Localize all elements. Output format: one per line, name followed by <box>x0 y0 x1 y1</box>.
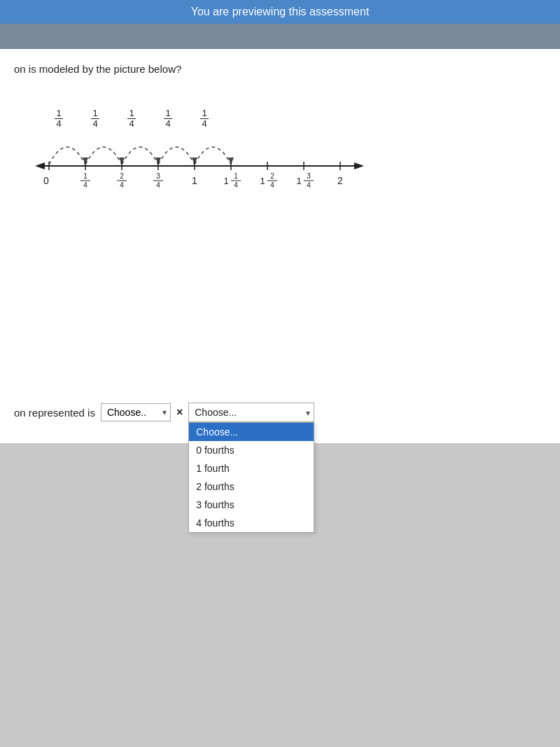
preview-banner: You are previewing this assessment <box>0 0 560 24</box>
svg-text:4: 4 <box>156 181 160 189</box>
dropdown-option-1fourth[interactable]: 1 fourth <box>189 459 314 477</box>
fraction-label-3: 1 4 <box>113 109 150 130</box>
svg-text:2: 2 <box>337 175 343 186</box>
number-line-container: 1 4 1 4 1 4 1 4 1 4 <box>21 109 371 263</box>
first-choose-select[interactable]: Choose.. 1 2 3 4 5 <box>101 403 171 421</box>
svg-text:1: 1 <box>260 176 265 186</box>
svg-text:4: 4 <box>120 181 124 189</box>
dropdown-option-3fourths[interactable]: 3 fourths <box>189 496 314 514</box>
multiply-sign: × <box>176 406 183 419</box>
question-text: on is modeled by the picture below? <box>14 63 539 75</box>
svg-text:4: 4 <box>307 181 311 189</box>
svg-text:1: 1 <box>234 172 238 180</box>
svg-text:1: 1 <box>192 175 197 186</box>
dropdown-list: Choose... 0 fourths 1 fourth 2 fourths 3… <box>188 422 314 533</box>
fraction-label-5: 1 4 <box>186 109 223 130</box>
main-content-area: on is modeled by the picture below? 1 4 … <box>0 49 560 443</box>
svg-text:4: 4 <box>83 181 88 189</box>
svg-text:4: 4 <box>270 181 274 189</box>
answer-row: on represented is Choose.. 1 2 3 4 5 × C… <box>14 403 539 422</box>
fraction-label-1: 1 4 <box>41 109 77 130</box>
svg-text:4: 4 <box>234 181 238 189</box>
svg-marker-6 <box>35 162 45 169</box>
second-dropdown-wrapper[interactable]: Choose... Choose... 0 fourths 1 fourth 2… <box>188 403 314 422</box>
svg-text:2: 2 <box>270 172 274 180</box>
svg-text:1: 1 <box>223 176 228 186</box>
banner-text: You are previewing this assessment <box>191 6 370 18</box>
first-dropdown-wrapper[interactable]: Choose.. 1 2 3 4 5 <box>101 403 171 421</box>
fraction-label-4: 1 4 <box>150 109 186 130</box>
svg-text:2: 2 <box>120 172 124 180</box>
dropdown-option-2fourths[interactable]: 2 fourths <box>189 477 314 496</box>
second-dropdown-trigger[interactable]: Choose... <box>188 403 314 422</box>
svg-text:3: 3 <box>156 172 160 180</box>
dropdown-option-0fourths[interactable]: 0 fourths <box>189 441 314 459</box>
svg-marker-7 <box>354 162 364 169</box>
dropdown-option-choose[interactable]: Choose... <box>189 423 314 441</box>
svg-text:0: 0 <box>43 175 49 186</box>
svg-text:3: 3 <box>307 172 311 180</box>
svg-text:1: 1 <box>83 172 88 180</box>
answer-label: on represented is <box>14 407 95 419</box>
dropdown-option-4fourths[interactable]: 4 fourths <box>189 514 314 532</box>
fraction-label-2: 1 4 <box>77 109 113 130</box>
svg-text:1: 1 <box>296 176 301 186</box>
gray-separator <box>0 24 560 49</box>
